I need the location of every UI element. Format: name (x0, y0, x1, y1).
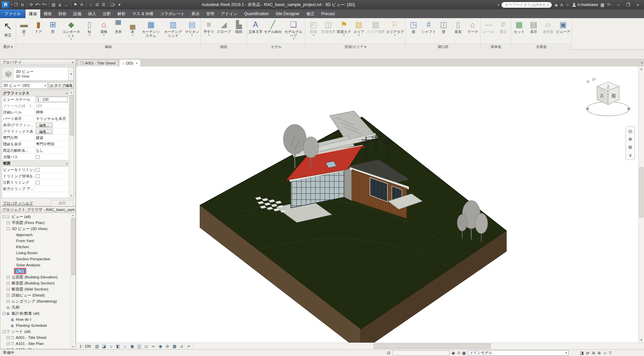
measure-icon[interactable]: ∡ (57, 1, 63, 8)
browser-item[interactable]: Living Room (0, 250, 70, 256)
tool-room-arrow[interactable]: ▾ (313, 34, 314, 37)
browser-item[interactable]: ▤凡例 (0, 304, 70, 310)
visual-style-icon[interactable]: ◪ (101, 343, 107, 349)
browser-item-label[interactable]: From Yard (15, 239, 35, 243)
ribbon-tab-analyze[interactable]: 解析 (114, 9, 129, 18)
viewcube-rotate-ccw-icon[interactable]: ⟲ (586, 79, 590, 84)
tool-by-face[interactable]: ◳面 (406, 19, 421, 44)
detail-level-icon[interactable]: ▤ (94, 343, 100, 349)
zoom-icon[interactable]: ⊕ (627, 135, 634, 143)
browser-item-label[interactable]: 集計表/数量 (all) (10, 311, 40, 316)
properties-close-icon[interactable]: × (70, 60, 74, 64)
worksets-icon[interactable]: ⊟ (387, 351, 390, 355)
browser-item[interactable]: −❏ビュー (all) (0, 214, 70, 220)
ribbon-group-select-label[interactable]: 選択 ▾ (0, 44, 16, 50)
property-value[interactable]: なし (35, 147, 69, 153)
tool-shaft[interactable]: #シャフト (421, 19, 436, 44)
viewcube-front-label[interactable]: 前 (611, 93, 616, 98)
redo-icon[interactable]: ↷▾ (42, 1, 47, 8)
app-store-icon[interactable]: ▦ (600, 2, 604, 7)
ribbon-tab-steel[interactable]: 鉄骨 (55, 9, 70, 18)
browser-item[interactable]: +❐A001 - Title Sheet (0, 335, 70, 341)
close-button[interactable]: × (633, 1, 643, 9)
select-pinned-icon[interactable]: ⊗ (597, 351, 601, 355)
expand-icon[interactable]: + (7, 276, 10, 279)
browser-item[interactable]: Approach (0, 232, 70, 238)
undo-icon-arrow[interactable]: ▾ (39, 3, 41, 6)
tool-dormer[interactable]: ⌂ドーマ (465, 19, 480, 44)
ribbon-tab-insert[interactable]: 挿入 (85, 9, 99, 18)
collapse-icon[interactable]: − (2, 330, 5, 333)
shadows-icon[interactable]: ◧ (115, 343, 121, 349)
property-value[interactable]: 編集... (35, 128, 69, 134)
edit-type-button[interactable]: ▤ タイプ編集 (49, 82, 74, 89)
aligned-dimension-icon[interactable]: ↔ (64, 1, 69, 8)
thin-lines-icon[interactable]: ☰ (101, 1, 106, 8)
property-value[interactable]: 1 : 100 (35, 96, 69, 102)
browser-item-label[interactable]: Planting Schedule (15, 323, 48, 327)
press-drag-icon[interactable]: ⇄ (586, 351, 589, 355)
apply-button[interactable]: 適用 (51, 200, 73, 207)
browser-item-label[interactable]: 詳細ビュー (Detail) (11, 293, 46, 298)
expand-icon[interactable]: + (7, 348, 10, 349)
keyword-search-input[interactable] (501, 2, 552, 8)
scrollbar-thumb[interactable] (70, 95, 73, 135)
ribbon-tab-modify[interactable]: 修正 (303, 9, 318, 18)
select-underlay-icon[interactable]: ▱ (603, 351, 606, 355)
tool-area-tag-arrow[interactable]: ▾ (394, 34, 396, 37)
tree[interactable] (475, 213, 488, 233)
property-value[interactable] (35, 173, 69, 179)
ribbon-tab-file[interactable]: ファイル (0, 9, 25, 18)
browser-item[interactable]: Section Perspective (0, 256, 70, 262)
minimize-button[interactable]: – (613, 1, 623, 9)
text-icon[interactable]: A (79, 1, 85, 8)
scrollbar-thumb[interactable] (639, 167, 643, 218)
scrollbar-thumb[interactable] (374, 344, 491, 349)
view-tab[interactable]: ⌂{3D}× (119, 59, 141, 66)
save-icon[interactable]: ◘ (20, 1, 25, 8)
browser-item[interactable]: +❐A102 - Plans (0, 347, 70, 349)
expand-icon[interactable]: + (7, 221, 10, 224)
viewcube-left-label[interactable]: 左 (600, 93, 604, 98)
browser-item-label[interactable]: 平面図 (Floor Plan) (11, 220, 46, 225)
tool-stair[interactable]: ▙階段 (232, 19, 246, 44)
view-tab-close-icon[interactable]: × (136, 61, 138, 65)
tool-mullion-arrow[interactable]: ▾ (192, 34, 193, 37)
expand-icon[interactable]: + (7, 336, 10, 339)
browser-item-label[interactable]: A001 - Title Sheet (15, 336, 47, 340)
browser-item-label[interactable]: シート (all) (10, 329, 32, 334)
properties-panel-header[interactable]: プロパティ × (0, 59, 75, 65)
property-edit-button[interactable]: 編集... (36, 123, 53, 128)
browser-item[interactable]: +❐A101 - Site Plan (0, 341, 70, 347)
navbar-expand-icon[interactable]: ∨ (627, 151, 634, 159)
browser-item-label[interactable]: 3D ビュー (3D View) (11, 226, 48, 231)
tool-viewer[interactable]: ▣ビューア (555, 19, 571, 44)
undo-icon[interactable]: ↶▾ (35, 1, 41, 8)
property-value[interactable] (35, 167, 69, 173)
select-links-icon[interactable]: ⊕ (592, 351, 595, 355)
active-design-option-select-arrow[interactable]: ▾ (566, 351, 567, 354)
viewcube-rotate-cw-icon[interactable]: ⟳ (592, 77, 596, 82)
expand-icon[interactable]: + (7, 288, 10, 291)
active-workset-box[interactable] (392, 350, 449, 356)
browser-item-label[interactable]: Living Room (15, 251, 39, 255)
ribbon-tab-quantification[interactable]: Quantification (241, 9, 272, 18)
browser-item[interactable]: −▦集計表/数量 (all) (0, 310, 70, 316)
section-collapse-icon[interactable]: ▴ (66, 162, 69, 165)
type-selector-dropdown-icon[interactable]: ▾ (68, 67, 74, 81)
autodesk-account-icon[interactable]: A (560, 2, 563, 7)
3d-model-scene[interactable] (76, 66, 638, 343)
tool-curtain-system[interactable]: ▦カーテンシステム (140, 19, 162, 44)
browser-item[interactable]: +レンダリング (Rendering) (0, 298, 70, 304)
tool-ceiling[interactable]: ▀天井 (111, 19, 125, 44)
editing-requests-icon[interactable]: ◉ (451, 351, 455, 355)
favorites-icon[interactable]: ☆ (566, 2, 570, 7)
scroll-down-icon[interactable]: ▼ (640, 338, 643, 343)
tool-roof-arrow[interactable]: ▾ (103, 34, 105, 37)
browser-item[interactable]: −3D ビュー (3D View) (0, 226, 70, 232)
browser-item-label[interactable]: ビュー (all) (10, 214, 32, 219)
vertical-scrollbar[interactable]: ▲ ▼ (638, 66, 644, 343)
tool-roof[interactable]: ⌂屋根▾ (97, 19, 111, 44)
browser-item[interactable]: −❒シート (all) (0, 328, 70, 335)
analytical-model-icon[interactable]: ⊿ (178, 343, 185, 349)
